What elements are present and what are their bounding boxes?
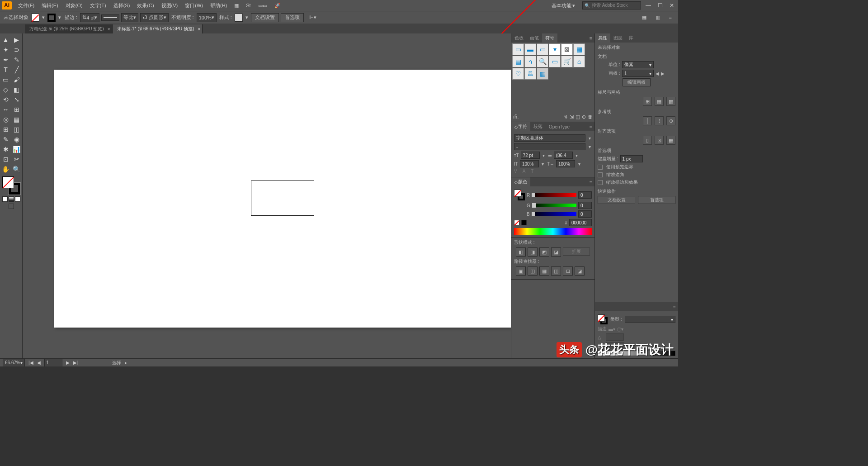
snap-point-icon[interactable]: ⊡ (655, 136, 664, 145)
menu-file[interactable]: 文件(F) (14, 0, 38, 11)
slice-tool[interactable]: ✂ (12, 155, 22, 164)
search-stock[interactable]: 🔍搜索 Adobe Stock (582, 1, 641, 10)
artboard-nav-input[interactable]: 1 (44, 358, 62, 367)
scale-tool[interactable]: ⤡ (12, 95, 22, 104)
stroke-profile[interactable]: • 3 点圆形 ▾ (140, 13, 168, 22)
minus-back-button[interactable]: ◪ (575, 266, 585, 276)
g-slider[interactable] (532, 204, 576, 207)
transparency-grid-icon[interactable]: ▩ (666, 97, 675, 106)
unit-select[interactable]: 像素▾ (622, 61, 654, 68)
next-artboard-icon[interactable]: ▶ (66, 360, 70, 365)
stroke-uniform[interactable]: 等比 ▾ (121, 13, 138, 22)
symbol-item[interactable]: ▬ (524, 43, 536, 55)
zoom-tool[interactable]: 🔍 (12, 165, 22, 174)
menu-window[interactable]: 窗口(W) (181, 0, 207, 11)
pen-tool[interactable]: ✒ (1, 55, 11, 64)
symbol-item[interactable]: ▦ (537, 68, 548, 80)
gradient-mode[interactable] (9, 196, 14, 202)
color-mode[interactable] (2, 196, 8, 202)
gpu-icon[interactable]: 🚀 (271, 0, 284, 11)
prev-artboard-icon[interactable]: ◀ (37, 360, 41, 365)
grid-icon[interactable]: ▦ (655, 97, 664, 106)
symbol-item[interactable]: ⊠ (561, 43, 573, 55)
hand-tool[interactable]: ✋ (1, 165, 11, 174)
last-artboard-icon[interactable]: ▶| (73, 360, 78, 365)
maximize-button[interactable]: ☐ (656, 2, 665, 9)
graph-tool[interactable]: 📊 (12, 145, 22, 154)
intersect-button[interactable]: ◩ (539, 247, 549, 257)
minimize-button[interactable]: — (644, 2, 653, 9)
divide-button[interactable]: ▣ (516, 266, 526, 276)
menu-edit[interactable]: 编辑(E) (38, 0, 62, 11)
zoom-level[interactable]: 66.67% ▾ (3, 358, 25, 367)
font-family-input[interactable] (514, 134, 585, 142)
fill-indicator[interactable] (598, 314, 605, 322)
symbol-item[interactable]: ♡ (512, 68, 524, 80)
snap-grid-icon[interactable]: ▦ (666, 136, 675, 145)
artboard-select[interactable]: 1▾ (622, 70, 654, 77)
hscale-input[interactable] (556, 160, 575, 167)
close-tab-icon[interactable]: × (198, 27, 201, 32)
layout-icon1[interactable]: ▦ (638, 12, 650, 23)
panel-menu-icon[interactable]: ≡ (665, 12, 675, 23)
selection-tool[interactable]: ▲ (1, 35, 11, 44)
prefs-button[interactable]: 首选项 (281, 13, 304, 22)
symbol-action-icon[interactable]: ◫ (576, 114, 580, 120)
rotate-tool[interactable]: ⟲ (1, 95, 11, 104)
font-size-input[interactable] (521, 152, 540, 159)
symbol-item[interactable]: ▭ (549, 56, 561, 67)
b-slider[interactable] (532, 212, 576, 216)
hex-input[interactable] (569, 219, 592, 226)
tab-libraries[interactable]: 库 (626, 33, 637, 43)
next-artboard-icon[interactable]: ▶ (661, 71, 665, 76)
line-tool[interactable]: ╱ (12, 65, 22, 74)
g-input[interactable] (578, 202, 592, 209)
gradient-tool[interactable]: ◫ (12, 125, 22, 134)
quick-prefs-button[interactable]: 首选项 (638, 196, 675, 204)
tab-brushes[interactable]: 画笔 (527, 33, 542, 43)
artboard-tool[interactable]: ⊡ (1, 155, 11, 164)
artboard[interactable] (54, 70, 511, 328)
smart-guides-icon[interactable]: ⊹ (655, 116, 664, 125)
document-tab[interactable]: 未标题-1* @ 66.67% (RGB/GPU 预览)× (113, 24, 203, 33)
direct-selection-tool[interactable]: ▶ (12, 35, 22, 44)
shaper-tool[interactable]: ◇ (1, 85, 11, 94)
mesh-tool[interactable]: ⊞ (1, 125, 11, 134)
tab-swatches[interactable]: 色板 (511, 33, 527, 43)
menu-view[interactable]: 视图(V) (158, 0, 182, 11)
shape-builder-tool[interactable]: ◎ (1, 115, 11, 124)
panel-menu-icon[interactable]: ≡ (587, 124, 594, 129)
tab-layers[interactable]: 图层 (610, 33, 626, 43)
symbol-item[interactable]: ▦ (573, 43, 585, 55)
menu-select[interactable]: 选择(S) (110, 0, 134, 11)
leading-input[interactable] (554, 152, 573, 159)
first-artboard-icon[interactable]: |◀ (28, 360, 33, 365)
width-tool[interactable]: ↔ (1, 105, 11, 114)
symbol-item[interactable]: ⌂ (573, 56, 585, 67)
rectangle-shape[interactable] (251, 181, 314, 216)
fill-swatch[interactable] (31, 14, 39, 22)
curvature-tool[interactable]: ✎ (12, 55, 22, 64)
menu-type[interactable]: 文字(T) (86, 0, 110, 11)
symbol-item[interactable]: 🛒 (561, 56, 573, 67)
canvas[interactable] (23, 33, 511, 358)
gradient-type-select[interactable]: ▾ (625, 316, 675, 323)
panel-menu-icon[interactable]: ≡ (587, 36, 594, 41)
fill-color[interactable] (514, 190, 521, 197)
close-tab-icon[interactable]: × (108, 27, 110, 32)
screen-mode[interactable] (9, 204, 14, 209)
stroke-dropdown[interactable]: ▾ (57, 14, 62, 20)
opacity-input[interactable]: 100% ▾ (197, 13, 217, 22)
symbol-sprayer-tool[interactable]: ✱ (1, 145, 11, 154)
prev-artboard-icon[interactable]: ◀ (656, 71, 659, 76)
doc-setup-button[interactable]: 文档设置 (251, 13, 279, 22)
eraser-tool[interactable]: ◧ (12, 85, 22, 94)
menu-help[interactable]: 帮助(H) (207, 0, 231, 11)
vscale-input[interactable] (520, 160, 539, 167)
tab-properties[interactable]: 属性 (595, 33, 610, 43)
symbol-action-icon[interactable]: ⊕ (582, 114, 586, 120)
merge-button[interactable]: ▦ (539, 266, 549, 276)
guides-icon[interactable]: ┼ (643, 116, 652, 125)
symbol-action-icon[interactable]: ↯ (564, 114, 568, 120)
font-style-input[interactable] (514, 143, 585, 150)
